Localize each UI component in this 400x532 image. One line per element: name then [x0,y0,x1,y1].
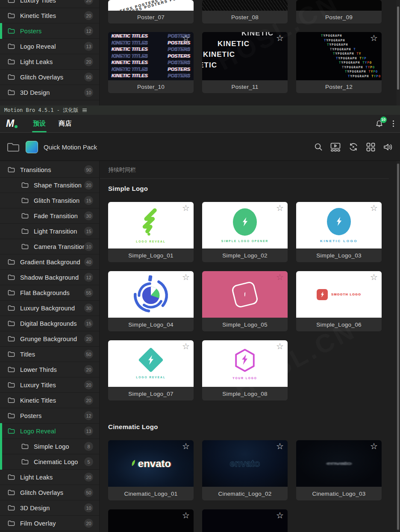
pack-thumbnail[interactable] [26,141,38,153]
sidebar-item-kinetic-titles[interactable]: Kinetic Titles20 [0,8,99,23]
scrollbar-thumb-top[interactable] [397,6,399,90]
preset-card-poster-11[interactable]: KINETICKINETICKINETICKINETICKINETIC☆Post… [202,32,288,93]
preset-thumbnail[interactable]: ☆ [108,271,194,318]
preset-thumbnail[interactable]: LOGO REVEAL☆ [108,202,194,248]
favorite-star-icon[interactable]: ☆ [276,273,284,281]
favorite-star-icon[interactable]: ☆ [370,34,378,42]
sidebar-item-light-leaks[interactable]: Light Leaks20 [0,470,99,485]
preset-card-cinematic-logo-02[interactable]: envato☆Cinematic_Logo_02 [202,440,288,500]
preset-card-poster-10[interactable]: KINETIC TITLESPOSTERSKINETIC TITLESPOSTE… [108,32,194,93]
preset-card-cinematic-logo-03[interactable]: envato☆Cinematic_Logo_03 [296,440,382,500]
sidebar-item-posters[interactable]: Posters12 [0,408,99,424]
preset-card-simple-logo-01[interactable]: LOGO REVEAL☆Simple_Logo_01 [108,202,194,262]
search-icon[interactable] [314,143,323,151]
preset-card-poster-07[interactable]: POSTERS POSTERS POSTERS POSTERS POSTERS … [108,0,194,23]
sidebar-item-luxury-titles[interactable]: Luxury Titles20 [0,0,99,8]
sidebar-item-glitch-overlays[interactable]: Glitch Overlays50 [0,70,99,85]
window-title-bar[interactable]: Motion Bro 4.5.1 - 汉化版 [0,105,400,115]
preset-thumbnail[interactable]: YOUR LOGO☆ [202,340,288,387]
tab-store[interactable]: 商店 [59,115,71,132]
scrollbar-thumb-bottom[interactable] [397,164,399,530]
sidebar-item-fade-transition[interactable]: Fade Transition30 [0,208,99,224]
sidebar-item-gradient-background[interactable]: Gradient Background40 [0,254,99,270]
favorite-star-icon[interactable]: ☆ [182,511,190,520]
sidebar-item-logo-reveal[interactable]: Logo Reveal13 [0,39,99,54]
preset-card-simple-logo-02[interactable]: SIMPLE LOGO OPENER☆Simple_Logo_02 [202,202,288,262]
sidebar-item-titles[interactable]: Titles50 [0,347,99,362]
sidebar-item-light-transition[interactable]: Light Transition15 [0,224,99,239]
grid-view-icon[interactable] [366,143,375,152]
favorite-star-icon[interactable]: ☆ [182,273,190,281]
notifications-bell-icon[interactable]: 10 [375,120,383,128]
sidebar-item-luxury-background[interactable]: Luxury Background30 [0,301,99,316]
sidebar-item-3d-design[interactable]: 3D Design10 [0,85,99,100]
preset-thumbnail[interactable]: ☆ [108,509,194,532]
sidebar-item-flat-backgrounds[interactable]: Flat Backgrounds55 [0,285,99,301]
preset-card-simple-logo-03[interactable]: KINETIC LOGO☆Simple_Logo_03 [296,202,382,262]
sidebar-item-digital-backgrounds[interactable]: Digital Backgrounds15 [0,316,99,331]
preset-thumbnail[interactable]: KINETIC TITLESPOSTERSKINETIC TITLESPOSTE… [108,32,194,80]
favorite-star-icon[interactable]: ☆ [276,511,284,520]
sidebar-item-grunge-background[interactable]: Grunge Background20 [0,331,99,347]
preset-card-poster-12[interactable]: TYPOGRAPH TYPOGRAPH TYPOGRAPH TYPOGRAPH … [296,32,382,93]
preset-card-simple-logo-05[interactable]: ☆Simple_Logo_05 [202,271,288,331]
preset-card-poster-08[interactable]: ☆Poster_08 [202,0,288,23]
sidebar-item-posters[interactable]: Posters12 [0,23,99,39]
sidebar-item-simple-logo[interactable]: Simple Logo8 [0,439,99,454]
sidebar-item-luxury-titles[interactable]: Luxury Titles20 [0,377,99,393]
preset-card-cinematic-logo-01[interactable]: envato☆Cinematic_Logo_01 [108,440,194,500]
preset-thumbnail[interactable]: SIMPLE LOGO OPENER☆ [202,202,288,248]
hamburger-icon[interactable] [82,108,87,112]
sidebar-item-shape-transition[interactable]: Shape Transition20 [0,178,99,193]
preset-card-cin4[interactable]: ☆ [108,509,194,532]
preset-thumbnail[interactable]: KINETIC LOGO☆ [296,202,382,248]
sidebar-item-camera-transition[interactable]: Camera Transition10 [0,239,99,254]
sound-icon[interactable] [383,143,393,152]
sidebar-item-glitch-overlays[interactable]: Glitch Overlays50 [0,485,99,500]
preset-card-simple-logo-07[interactable]: LOGO REVEAL☆Simple_Logo_07 [108,340,194,400]
favorite-star-icon[interactable]: ☆ [276,204,284,212]
favorite-star-icon[interactable]: ☆ [370,442,378,450]
tab-presets[interactable]: 预设 [33,115,46,132]
preset-thumbnail[interactable]: TYPOGRAPH TYPOGRAPH TYPOGRAPH TYPOGRAPH … [296,32,382,80]
sidebar-item-glitch-transition[interactable]: Glitch Transition15 [0,193,99,208]
preset-card-simple-logo-06[interactable]: SMOOTH LOGO☆Simple_Logo_06 [296,271,382,331]
preset-card-simple-logo-08[interactable]: YOUR LOGO☆Simple_Logo_08 [202,340,288,400]
sidebar-item-cinematic-logo[interactable]: Cinematic Logo5 [0,454,99,470]
folder-back-icon[interactable] [7,142,20,152]
preset-thumbnail[interactable]: POSTERS POSTERS POSTERS POSTERS POSTERS … [108,0,194,11]
autoplay-sync-icon[interactable] [348,142,359,152]
sidebar-item-logo-reveal[interactable]: Logo Reveal13 [0,424,99,439]
favorite-star-icon[interactable]: ☆ [182,342,190,351]
preset-thumbnail[interactable]: to☆ [202,509,288,532]
sidebar-item-shadow-background[interactable]: Shadow Background12 [0,270,99,285]
preset-thumbnail[interactable]: ☆ [296,0,382,11]
sidebar-item-transitions[interactable]: Transitions90 [0,162,99,178]
sidebar-item-lower-thirds[interactable]: Lower Thirds20 [0,362,99,377]
preset-card-simple-logo-04[interactable]: ☆Simple_Logo_04 [108,271,194,331]
motion-bro-logo[interactable]: M [6,118,18,129]
favorite-star-icon[interactable]: ☆ [276,34,284,42]
preset-thumbnail[interactable]: ☆ [202,271,288,318]
favorite-star-icon[interactable]: ☆ [370,204,378,212]
favorite-star-icon[interactable]: ☆ [276,342,284,351]
favorite-star-icon[interactable]: ☆ [182,442,190,450]
preset-thumbnail[interactable]: envato☆ [202,440,288,487]
sidebar-item-light-leaks[interactable]: Light Leaks20 [0,54,99,70]
sidebar-item-3d-design[interactable]: 3D Design10 [0,500,99,516]
preset-thumbnail[interactable]: envato☆ [296,440,382,487]
preset-card-poster-09[interactable]: ☆Poster_09 [296,0,382,23]
favorite-star-icon[interactable]: ☆ [182,204,190,212]
favorite-star-icon[interactable]: ☆ [370,273,378,281]
sidebar-item-film-overlay[interactable]: Film Overlay20 [0,516,99,531]
preview-mode-icon[interactable] [330,143,341,152]
preset-thumbnail[interactable]: envato☆ [108,440,194,487]
favorite-star-icon[interactable]: ☆ [182,34,190,42]
kebab-menu-icon[interactable] [393,120,394,127]
preset-thumbnail[interactable]: SMOOTH LOGO☆ [296,271,382,318]
favorite-star-icon[interactable]: ☆ [276,442,284,450]
sidebar-item-kinetic-titles[interactable]: Kinetic Titles20 [0,393,99,408]
preset-thumbnail[interactable]: KINETICKINETICKINETICKINETICKINETIC☆ [202,32,288,80]
preset-card-cin5[interactable]: to☆ [202,509,288,532]
preset-thumbnail[interactable]: LOGO REVEAL☆ [108,340,194,387]
